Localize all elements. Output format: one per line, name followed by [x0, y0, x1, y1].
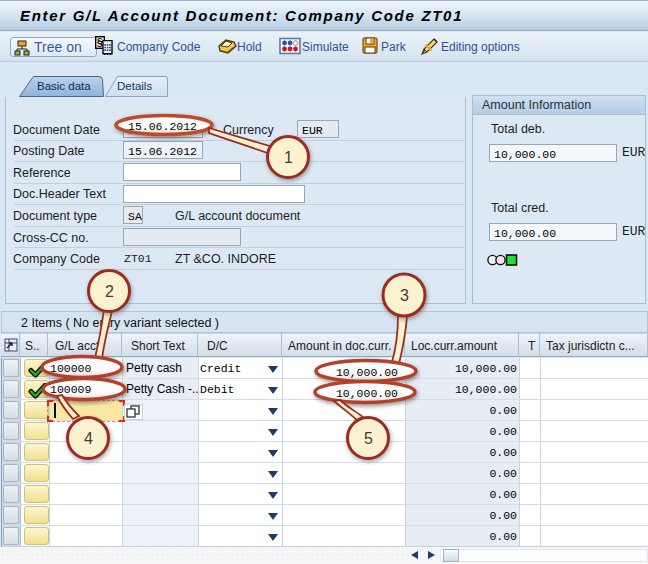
svg-text:§: § — [97, 36, 103, 48]
svg-text:Basic data: Basic data — [37, 80, 91, 92]
svg-text:Details: Details — [117, 80, 152, 92]
